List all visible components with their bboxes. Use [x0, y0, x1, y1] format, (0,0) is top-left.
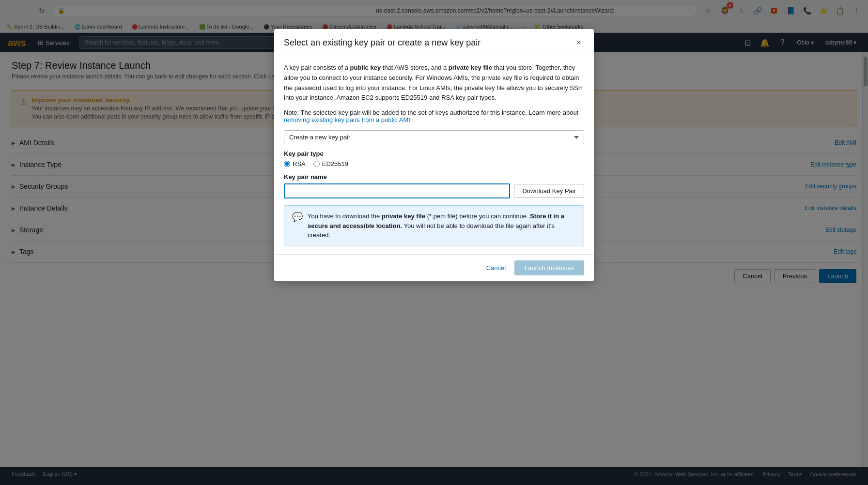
key-pair-name-row: Download Key Pair — [284, 183, 584, 198]
key-pair-type-label: Key pair type — [284, 150, 584, 157]
info-box: 💬 You have to download the private key f… — [284, 205, 584, 246]
modal-header: Select an existing key pair or create a … — [274, 29, 594, 55]
radio-rsa-option[interactable]: RSA — [284, 160, 306, 167]
modal-note: Note: The selected key pair will be adde… — [284, 109, 584, 123]
info-text: You have to download the private key fil… — [308, 212, 576, 240]
radio-rsa-input[interactable] — [284, 161, 290, 167]
key-pair-type-radio-group: RSA ED25519 — [284, 160, 584, 167]
key-pair-name-label: Key pair name — [284, 173, 584, 181]
key-pair-name-input[interactable] — [284, 183, 510, 198]
info-bubble-icon: 💬 — [292, 212, 303, 240]
modal-cancel-button[interactable]: Cancel — [482, 261, 510, 274]
modal-body: A key pair consists of a public key that… — [274, 55, 594, 254]
radio-ed25519-option[interactable]: ED25519 — [313, 160, 348, 167]
download-key-pair-button[interactable]: Download Key Pair — [514, 184, 584, 198]
modal-footer: Cancel Launch Instances — [274, 254, 594, 281]
radio-rsa-label: RSA — [293, 160, 306, 167]
key-pair-modal: Select an existing key pair or create a … — [274, 29, 594, 281]
modal-overlay: Select an existing key pair or create a … — [0, 0, 868, 481]
key-pair-type-select[interactable]: Create a new key pair Choose an existing… — [284, 130, 584, 144]
modal-close-button[interactable]: × — [573, 37, 584, 49]
radio-ed25519-label: ED25519 — [322, 160, 348, 167]
remove-key-pairs-link[interactable]: removing existing key pairs from a publi… — [284, 116, 410, 123]
radio-ed25519-input[interactable] — [313, 161, 320, 167]
modal-launch-button[interactable]: Launch Instances — [514, 260, 584, 275]
modal-description: A key pair consists of a public key that… — [284, 63, 584, 103]
modal-title: Select an existing key pair or create a … — [284, 38, 480, 48]
